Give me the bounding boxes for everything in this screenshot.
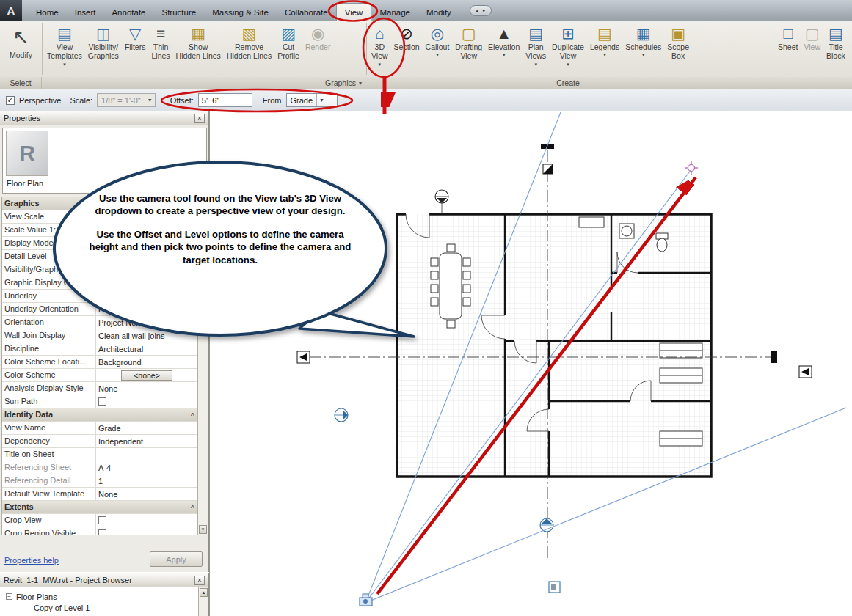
- panel-label-graphics: Graphics▾: [42, 77, 365, 89]
- project-browser-scrollbar[interactable]: ▲: [198, 587, 208, 616]
- ribbon-button[interactable]: ▽ Filters ▾: [122, 23, 149, 75]
- panel-launcher-icon[interactable]: ▾: [359, 80, 362, 87]
- property-row[interactable]: Underlay ^: [2, 290, 197, 303]
- property-row[interactable]: Color Scheme Locati... Background ^: [2, 356, 197, 369]
- ribbon-tab[interactable]: Annotate: [103, 4, 153, 21]
- ribbon-tab[interactable]: Modify: [418, 4, 459, 21]
- collapse-minus-icon[interactable]: −: [6, 593, 12, 600]
- modify-button[interactable]: ↖ Modify: [7, 23, 35, 75]
- ribbon-button[interactable]: ◉ Render ▾: [302, 23, 333, 75]
- property-row[interactable]: Visibility/Graphics... ^: [2, 263, 197, 276]
- property-row[interactable]: Title on Sheet ^: [2, 448, 197, 461]
- type-selector[interactable]: R Floor Plan: [2, 128, 207, 194]
- drawing-area[interactable]: [209, 111, 852, 616]
- property-row[interactable]: Detail Level ^: [2, 250, 197, 263]
- scrollbar-thumb[interactable]: [199, 199, 207, 263]
- from-level-select[interactable]: Grade▼: [286, 93, 338, 107]
- dropdown-arrow-icon: ▾: [63, 62, 66, 67]
- scroll-down-icon[interactable]: ▼: [199, 525, 207, 534]
- checkbox[interactable]: [98, 529, 106, 535]
- ribbon-button-icon: ◎: [431, 24, 444, 43]
- ribbon-button[interactable]: ◎ Callout ▾: [423, 23, 453, 75]
- property-row[interactable]: Extents ^: [2, 501, 197, 514]
- ribbon-button[interactable]: ▤ Title Block ▾: [823, 23, 848, 75]
- property-row[interactable]: Underlay Orientation Plan ^: [2, 303, 197, 316]
- property-row[interactable]: Display Model ^: [2, 237, 197, 250]
- property-row[interactable]: Graphic Display Opt... ^: [2, 276, 197, 290]
- collapse-chevron-icon[interactable]: ^: [188, 501, 197, 513]
- ribbon-tab[interactable]: Collaborate: [277, 4, 336, 21]
- application-menu-button[interactable]: A: [0, 0, 22, 21]
- tree-item-copy-of-level-1[interactable]: Copy of Level 1: [6, 602, 208, 613]
- ribbon-tab[interactable]: Structure: [154, 4, 205, 21]
- property-row[interactable]: Scale Value 1: ^: [2, 224, 197, 237]
- ribbon-button[interactable]: ▲ Elevation ▾: [485, 23, 523, 75]
- tree-item-floor-plans[interactable]: − Floor Plans: [6, 591, 208, 602]
- property-row[interactable]: Identity Data ^: [2, 408, 197, 422]
- ribbon-tab[interactable]: Manage: [371, 4, 418, 21]
- properties-header[interactable]: Properties ×: [0, 111, 208, 125]
- property-row[interactable]: Graphics ^: [2, 197, 197, 210]
- ribbon-button[interactable]: ≡ Thin Lines ▾: [148, 23, 172, 75]
- ribbon-button-icon: ▢: [805, 24, 820, 43]
- perspective-checkbox[interactable]: ✓: [6, 96, 15, 105]
- property-row[interactable]: Discipline Architectural ^: [2, 342, 197, 356]
- offset-input[interactable]: [198, 93, 252, 107]
- ribbon-tab[interactable]: Home: [28, 4, 67, 21]
- project-browser-title: Revit_1-1_MW.rvt - Project Browser: [4, 576, 194, 584]
- close-icon[interactable]: ×: [194, 576, 205, 585]
- ribbon-button[interactable]: ⊘ Section ▾: [391, 23, 423, 75]
- ribbon-button[interactable]: □ Sheet ▾: [775, 23, 801, 75]
- ribbon-button[interactable]: ▤ View Templates ▾: [44, 23, 85, 75]
- property-row[interactable]: View Name Grade ^: [2, 422, 197, 435]
- scroll-up-icon[interactable]: ▲: [200, 588, 208, 597]
- ribbon-button[interactable]: ▨ Cut Profile ▾: [274, 23, 302, 75]
- ribbon-button[interactable]: ▦ Schedules ▾: [622, 23, 664, 75]
- ribbon-button[interactable]: ⌂ 3D View ▾: [368, 23, 391, 75]
- ribbon-button-icon: ▢: [462, 24, 476, 43]
- ribbon-button[interactable]: ▢ View ▾: [801, 23, 823, 75]
- properties-help-link[interactable]: Properties help: [4, 556, 59, 565]
- scale-select[interactable]: 1/8" = 1'-0"▼: [97, 93, 156, 107]
- checkbox[interactable]: [98, 397, 106, 406]
- ribbon-button[interactable]: ▧ Remove Hidden Lines ▾: [224, 23, 274, 75]
- floor-plan-view[interactable]: [210, 111, 852, 616]
- ribbon-tab[interactable]: Insert: [67, 4, 104, 21]
- ribbon-button[interactable]: ▣ Scope Box ▾: [664, 23, 692, 75]
- property-row[interactable]: Analysis Display Style None ^: [2, 382, 197, 395]
- ribbon-minimize-toggle[interactable]: ▲▼: [470, 5, 492, 16]
- apply-button[interactable]: Apply: [150, 551, 203, 567]
- property-row[interactable]: Default View Template None ^: [2, 488, 197, 501]
- select-panel: ↖ Modify: [0, 21, 42, 77]
- property-row[interactable]: View Scale ^: [2, 210, 197, 224]
- project-browser-header[interactable]: Revit_1-1_MW.rvt - Project Browser ×: [0, 573, 208, 587]
- property-row[interactable]: Orientation Project North ^: [2, 316, 197, 329]
- ribbon-button[interactable]: ◫ Visibility/ Graphics ▾: [85, 23, 122, 75]
- ribbon-tab[interactable]: View: [336, 3, 372, 21]
- property-row[interactable]: Crop Region Visible ^: [2, 527, 197, 535]
- collapse-chevron-icon[interactable]: ^: [188, 197, 197, 210]
- value-button[interactable]: <none>: [121, 370, 172, 381]
- property-row[interactable]: Dependency Independent ^: [2, 435, 197, 448]
- property-row[interactable]: Sun Path ^: [2, 395, 197, 408]
- ribbon-button[interactable]: ▤ Legends ▾: [587, 23, 622, 75]
- ribbon-tab[interactable]: Massing & Site: [204, 4, 277, 21]
- building-floor-plan[interactable]: [397, 214, 711, 477]
- ribbon-button[interactable]: ▢ Drafting View ▾: [452, 23, 485, 75]
- ribbon-button[interactable]: ⊞ Duplicate View ▾: [549, 23, 587, 75]
- camera-target-point[interactable]: [685, 161, 698, 175]
- view-reference-tag: [799, 366, 812, 378]
- camera-icon[interactable]: [360, 594, 372, 606]
- property-row[interactable]: Color Scheme <none> ^: [2, 369, 197, 382]
- property-row[interactable]: Referencing Sheet A-4 ^: [2, 461, 197, 474]
- ribbon-button[interactable]: ▤ Plan Views ▾: [523, 23, 549, 75]
- collapse-chevron-icon[interactable]: ^: [188, 408, 197, 421]
- checkbox[interactable]: [98, 516, 106, 524]
- property-row[interactable]: Wall Join Display Clean all wall joins ^: [2, 329, 197, 342]
- properties-scrollbar[interactable]: ▼: [198, 197, 208, 535]
- property-row[interactable]: Referencing Detail 1 ^: [2, 474, 197, 488]
- property-row[interactable]: Crop View ^: [2, 514, 197, 527]
- close-icon[interactable]: ×: [194, 114, 205, 123]
- ribbon-button[interactable]: ▦ Show Hidden Lines ▾: [173, 23, 224, 75]
- property-grid: Graphics ^ View Scale ^ Scale Value 1:: [1, 197, 198, 535]
